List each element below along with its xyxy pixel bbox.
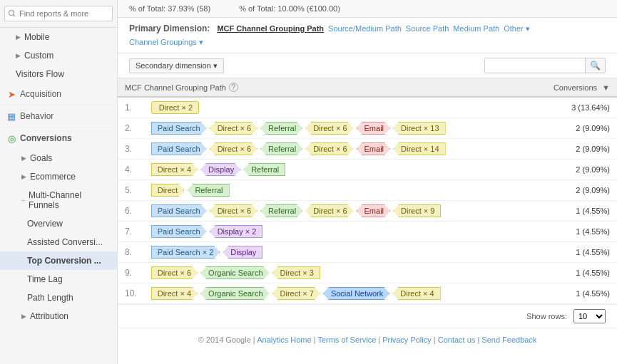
sidebar-item-goals[interactable]: ▶ Goals (0, 149, 117, 167)
path-chip-direct[interactable]: Direct × 4 (392, 287, 440, 300)
behavior-icon: ▦ (6, 110, 17, 122)
sidebar-item-attribution[interactable]: ▶ Attribution (0, 307, 117, 326)
col-conversions-header[interactable]: Conversions ▼ (529, 78, 617, 97)
path-chip-direct[interactable]: Direct × 6 (210, 142, 257, 155)
stat-2: % of Total: 10.00% (€100.00) (239, 4, 340, 13)
path-chip-direct[interactable]: Direct (151, 184, 185, 197)
sidebar-item-assisted[interactable]: Assisted Conversi... (0, 233, 117, 251)
show-rows-row: Show rows: 10 25 50 100 (118, 304, 617, 328)
sidebar-label: Time Lag (27, 274, 63, 284)
path-chip-direct[interactable]: Direct × 6 (305, 142, 353, 155)
dim-channel-groupings-dropdown[interactable]: Channel Groupings ▾ (129, 38, 203, 47)
sidebar-label: Visitors Flow (16, 69, 64, 79)
path-chip-direct[interactable]: Direct × 4 (151, 163, 198, 176)
sidebar-label: Multi-Channel Funnels (29, 190, 110, 210)
path-chip-organic[interactable]: Organic Search (200, 266, 269, 279)
path-chip-direct[interactable]: Direct × 3 (272, 266, 320, 279)
show-rows-select[interactable]: 10 25 50 100 (573, 309, 606, 323)
footer-link-analytics[interactable]: Analytics Home (257, 336, 311, 344)
path-chip-direct[interactable]: Direct × 14 (393, 142, 446, 155)
row-number: 9. (118, 263, 144, 284)
table-row: 8.Paid Search × 2Display1 (4.55%) (118, 242, 617, 263)
conversion-value: 1 (4.55%) (529, 222, 617, 242)
sidebar-section-conversions[interactable]: ◎ Conversions (0, 128, 117, 149)
sidebar-label: Acquisition (20, 89, 61, 99)
sidebar-item-overview[interactable]: Overview (0, 214, 117, 233)
path-chip-paid[interactable]: Paid Search (151, 142, 207, 155)
path-chip-email[interactable]: Email (357, 204, 391, 217)
path-chip-paid[interactable]: Paid Search × 2 (151, 246, 220, 259)
row-number: 1. (118, 97, 144, 118)
sidebar-label: Attribution (30, 311, 68, 321)
path-chip-paid[interactable]: Paid Search (151, 122, 207, 135)
secondary-dimension-button[interactable]: Secondary dimension ▾ (129, 58, 224, 73)
table-search-button[interactable]: 🔍 (585, 58, 605, 73)
search-input[interactable] (4, 6, 113, 21)
footer-link-feedback[interactable]: Send Feedback (481, 336, 536, 344)
path-chip-display[interactable]: Display × 2 (210, 225, 263, 238)
sidebar-item-time-lag[interactable]: Time Lag (0, 270, 117, 288)
dim-link-mcf[interactable]: MCF Channel Grouping Path (217, 24, 324, 33)
path-chip-email[interactable]: Email (357, 122, 391, 135)
path-chip-direct[interactable]: Direct × 13 (393, 122, 446, 135)
secondary-row: Secondary dimension ▾ 🔍 (118, 53, 617, 78)
table-row: 9.Direct × 6Organic SearchDirect × 31 (4… (118, 263, 617, 284)
path-chip-organic[interactable]: Organic Search (200, 287, 269, 300)
path-chip-social[interactable]: Social Network (323, 287, 389, 300)
path-chip-referral[interactable]: Referral (187, 184, 229, 197)
arrow-icon: ▶ (21, 173, 26, 180)
row-path: Direct × 4Organic SearchDirect × 7Social… (144, 284, 529, 304)
path-chip-paid[interactable]: Paid Search (151, 204, 207, 217)
sidebar-section-behavior[interactable]: ▦ Behavior (0, 105, 117, 128)
path-chip-direct[interactable]: Direct × 6 (210, 204, 257, 217)
row-number: 4. (118, 160, 144, 180)
path-chip-direct[interactable]: Direct × 6 (305, 122, 353, 135)
conversion-value: 3 (13.64%) (529, 97, 617, 118)
dim-other-dropdown[interactable]: Other ▾ (504, 24, 530, 33)
path-chip-display[interactable]: Display (223, 246, 262, 259)
dim-link-medium[interactable]: Medium Path (453, 24, 499, 33)
path-chip-referral[interactable]: Referral (260, 122, 302, 135)
conversion-value: 1 (4.55%) (529, 263, 617, 284)
path-chip-direct[interactable]: Direct × 6 (305, 204, 353, 217)
table-search-input[interactable] (485, 59, 585, 72)
path-chip-direct[interactable]: Direct × 6 (151, 266, 198, 279)
footer-link-tos[interactable]: Terms of Service (317, 336, 376, 344)
sidebar-item-multi-channel[interactable]: – Multi-Channel Funnels (0, 186, 117, 214)
footer-link-contact[interactable]: Contact us (438, 336, 476, 344)
sidebar: ▶ Mobile ▶ Custom Visitors Flow ➤ Acquis… (0, 0, 118, 364)
sidebar-label: Assisted Conversi... (27, 237, 103, 247)
col-conv-label: Conversions (554, 83, 597, 92)
path-chip-referral[interactable]: Referral (260, 204, 302, 217)
path-chip-paid[interactable]: Paid Search (151, 225, 207, 238)
sidebar-item-path-length[interactable]: Path Length (0, 288, 117, 307)
sidebar-item-ecommerce[interactable]: ▶ Ecommerce (0, 167, 117, 186)
path-chip-email[interactable]: Email (357, 142, 391, 155)
path-chip-display[interactable]: Display (200, 163, 240, 176)
conversion-value: 1 (4.55%) (529, 284, 617, 304)
path-chip-direct[interactable]: Direct × 6 (210, 122, 257, 135)
row-number: 3. (118, 139, 144, 160)
row-path: Direct × 4DisplayReferral (144, 160, 529, 180)
path-chip-direct[interactable]: Direct × 9 (393, 204, 441, 217)
sidebar-label: Behavior (20, 111, 53, 121)
sidebar-item-top-conversion[interactable]: Top Conversion ... (0, 251, 117, 270)
footer-link-privacy[interactable]: Privacy Policy (382, 336, 431, 344)
sidebar-label: Goals (30, 153, 52, 163)
path-chip-referral[interactable]: Referral (243, 163, 285, 176)
row-path: Direct × 6Organic SearchDirect × 3 (144, 263, 529, 284)
dim-link-source[interactable]: Source Path (406, 24, 449, 33)
sidebar-item-custom[interactable]: ▶ Custom (0, 46, 117, 65)
path-chip-direct[interactable]: Direct × 2 (151, 101, 199, 114)
row-path: Direct × 2 (144, 97, 529, 118)
path-chip-referral[interactable]: Referral (260, 142, 302, 155)
sidebar-section-acquisition[interactable]: ➤ Acquisition (0, 83, 117, 105)
path-chip-direct[interactable]: Direct × 4 (151, 287, 198, 300)
conversion-paths-table: MCF Channel Grouping Path ? Conversions … (118, 78, 617, 304)
help-icon[interactable]: ? (229, 83, 238, 92)
dim-link-source-medium[interactable]: Source/Medium Path (328, 24, 402, 33)
path-chip-direct[interactable]: Direct × 7 (272, 287, 320, 300)
sidebar-item-visitors-flow[interactable]: Visitors Flow (0, 65, 117, 83)
sidebar-item-mobile[interactable]: ▶ Mobile (0, 28, 117, 46)
sort-icon[interactable]: ▼ (602, 83, 610, 92)
